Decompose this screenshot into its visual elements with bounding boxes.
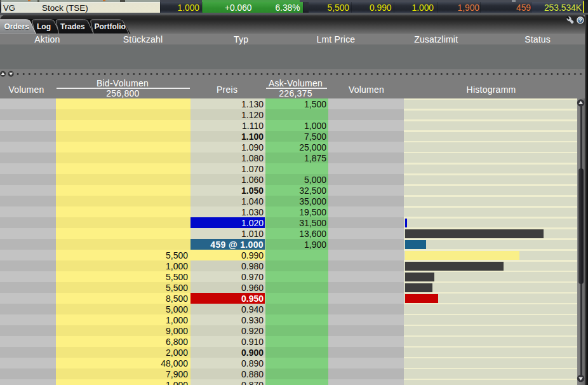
svg-text:?: ? [578, 17, 582, 24]
